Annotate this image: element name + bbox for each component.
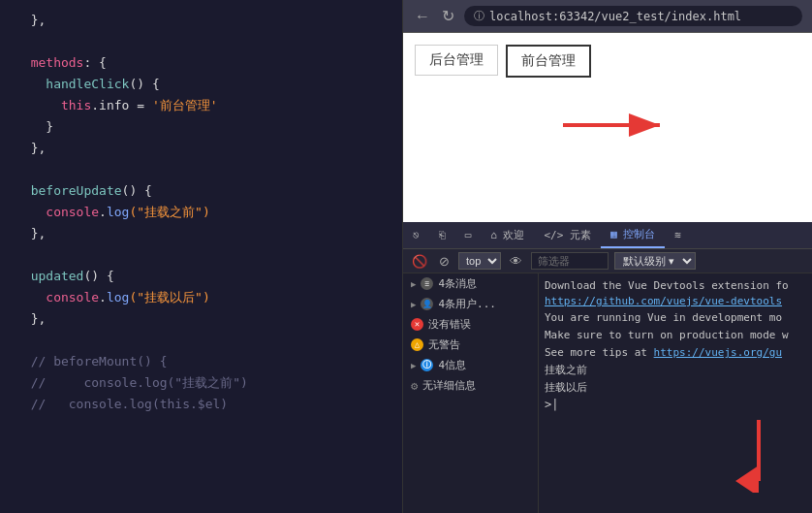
console-line-1: Download the Vue Devtools extension fo xyxy=(545,277,806,294)
user-icon: 👤 xyxy=(421,298,433,310)
console-line-4: See more tips at https://vuejs.org/gu xyxy=(545,344,806,361)
code-line: }, xyxy=(0,223,402,244)
browser-panel: ← ↻ ⓘ localhost:63342/vue2_test/index.ht… xyxy=(402,0,812,513)
code-line xyxy=(0,244,402,266)
code-line: }, xyxy=(0,10,402,31)
code-line: updated() { xyxy=(0,266,402,287)
address-text: localhost:63342/vue2_test/index.html xyxy=(489,10,741,23)
code-line: this.info = '前台管理' xyxy=(0,95,402,116)
sidebar-warnings[interactable]: △ 无警告 xyxy=(403,335,538,355)
gear-icon: ⚙ xyxy=(411,379,418,393)
address-bar: ⓘ localhost:63342/vue2_test/index.html xyxy=(464,6,802,26)
code-line xyxy=(0,159,402,180)
error-icon: ✕ xyxy=(411,318,423,331)
sidebar-info[interactable]: ▶ ⓘ 4信息 xyxy=(403,355,538,375)
info-icon: ⓘ xyxy=(421,359,433,371)
arrow-down-icon xyxy=(734,415,783,496)
tab-welcome[interactable]: ⌂ 欢迎 xyxy=(481,222,534,248)
warnings-label: 无警告 xyxy=(428,337,460,352)
code-line: }, xyxy=(0,138,402,159)
code-line: // console.log(this.$el) xyxy=(0,394,402,415)
console-mount-after: 挂载以后 xyxy=(545,379,806,396)
code-line: }, xyxy=(0,308,402,330)
messages-label: 4条消息 xyxy=(438,276,477,291)
code-line xyxy=(0,330,402,351)
code-line xyxy=(0,31,402,52)
toolbar-circle-btn[interactable]: ⊘ xyxy=(436,253,453,270)
tab-elements-icon[interactable]: ⎋ xyxy=(403,222,429,248)
sidebar-verbose[interactable]: ⚙ 无详细信息 xyxy=(403,375,538,396)
lock-icon: ⓘ xyxy=(474,9,484,23)
user-messages-label: 4条用户... xyxy=(438,297,496,311)
console-main: Download the Vue Devtools extension fo h… xyxy=(539,273,812,513)
console-line-3: Make sure to turn on production mode w xyxy=(545,327,806,343)
browser-chrome: ← ↻ ⓘ localhost:63342/vue2_test/index.ht… xyxy=(403,0,812,33)
top-select[interactable]: top xyxy=(458,252,501,270)
console-prompt[interactable]: >| xyxy=(545,398,806,411)
console-link-2[interactable]: https://vuejs.org/gu xyxy=(654,346,782,359)
verbose-label: 无详细信息 xyxy=(422,378,476,393)
console-sidebar: ▶ ≡ 4条消息 ▶ 👤 4条用户... ✕ 没有错误 △ 无警告 xyxy=(403,273,539,513)
code-panel: }, methods: { handleClick() { this.info … xyxy=(0,0,402,513)
tab-more[interactable]: ≋ xyxy=(665,222,691,248)
console-mount-before: 挂载之前 xyxy=(545,362,806,378)
arrow-icon: ▶ xyxy=(411,300,416,309)
console-line-2: You are running Vue in development mo xyxy=(545,309,806,326)
code-line: beforeUpdate() { xyxy=(0,180,402,202)
arrow-icon: ▶ xyxy=(411,279,416,289)
code-line: // beforeMount() { xyxy=(0,351,402,372)
code-line: console.log("挂载之前") xyxy=(0,202,402,223)
sidebar-user-messages[interactable]: ▶ 👤 4条用户... xyxy=(403,294,538,314)
info-label: 4信息 xyxy=(438,358,466,372)
devtools-toolbar: 🚫 ⊘ top 👁 默认级别 ▾ xyxy=(403,249,812,273)
toolbar-block-btn[interactable]: 🚫 xyxy=(409,253,430,270)
refresh-button[interactable]: ↻ xyxy=(440,7,456,25)
sidebar-messages[interactable]: ▶ ≡ 4条消息 xyxy=(403,273,538,294)
code-line: console.log("挂载以后") xyxy=(0,287,402,308)
code-line: // console.log("挂载之前") xyxy=(0,372,402,394)
code-line: handleClick() { xyxy=(0,74,402,95)
messages-icon: ≡ xyxy=(421,277,433,290)
errors-label: 没有错误 xyxy=(428,317,471,332)
devtools-tabs: ⎋ ⎗ ▭ ⌂ 欢迎 </> 元素 ▦ 控制台 ≋ xyxy=(403,222,812,249)
devtools: ⎋ ⎗ ▭ ⌂ 欢迎 </> 元素 ▦ 控制台 ≋ 🚫 ⊘ top 👁 默认级别… xyxy=(403,222,812,513)
arrow-right-icon xyxy=(558,101,674,153)
code-line: methods: { xyxy=(0,52,402,74)
arrow-icon: ▶ xyxy=(411,361,416,370)
tab-sources-icon[interactable]: ▭ xyxy=(455,222,482,248)
level-select[interactable]: 默认级别 ▾ xyxy=(614,252,696,270)
tab-elements[interactable]: </> 元素 xyxy=(535,222,602,248)
back-button[interactable]: ← xyxy=(413,8,432,25)
code-line: } xyxy=(0,116,402,138)
console-link-1[interactable]: https://github.com/vuejs/vue-devtools xyxy=(545,295,782,307)
browser-content: 后台管理 前台管理 xyxy=(403,33,812,222)
toolbar-eye-btn[interactable]: 👁 xyxy=(507,253,525,270)
devtools-body: ▶ ≡ 4条消息 ▶ 👤 4条用户... ✕ 没有错误 △ 无警告 xyxy=(403,273,812,513)
warning-icon: △ xyxy=(411,338,423,351)
sidebar-errors[interactable]: ✕ 没有错误 xyxy=(403,314,538,335)
backend-button[interactable]: 后台管理 xyxy=(415,45,498,76)
tab-console[interactable]: ▦ 控制台 xyxy=(601,222,665,248)
filter-input[interactable] xyxy=(531,252,609,270)
frontend-button[interactable]: 前台管理 xyxy=(506,45,591,78)
tab-network-icon[interactable]: ⎗ xyxy=(429,222,455,248)
